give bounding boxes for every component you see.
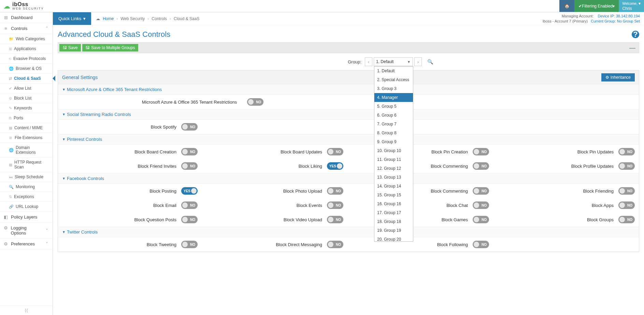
ctl-label: Block Board Creation (134, 149, 176, 154)
ctl-label: Block Groups (587, 217, 614, 222)
group-dropdown[interactable]: 1. Default2. Special Access3. Group 34. … (374, 66, 413, 242)
group-option[interactable]: 3. Group 3 (374, 84, 413, 93)
ctl-label: Block Question Posts (134, 217, 176, 222)
crumb-home[interactable]: Home (103, 16, 114, 21)
sidebar-item-sleep-schedule[interactable]: 🛏Sleep Schedule (0, 172, 53, 182)
toggle[interactable]: NO (618, 216, 635, 223)
group-option[interactable]: 16. Group 16 (374, 199, 413, 208)
toggle[interactable]: NO (473, 148, 489, 155)
ctl-label: Block Pin Updates (577, 149, 614, 154)
help-icon[interactable]: ? (632, 31, 639, 38)
toggle[interactable]: NO (327, 148, 343, 155)
group-prev-button[interactable]: ‹ (365, 57, 372, 66)
group-next-button[interactable]: › (414, 57, 422, 66)
group-option[interactable]: 8. Group 8 (374, 129, 413, 137)
sidebar-item-applications[interactable]: ⊞Applications (0, 44, 53, 54)
inheritance-button[interactable]: ⚙ Inheritance (601, 73, 635, 81)
save-button[interactable]: 🖫 Save (59, 44, 81, 51)
toggle[interactable]: NO (181, 216, 198, 223)
filtering-status-button[interactable]: ✔ Filtering Enabled ▾ (574, 0, 619, 12)
group-option[interactable]: 4. Manager (374, 93, 413, 102)
group-option[interactable]: 14. Group 14 (374, 182, 413, 191)
sidebar-item-http-request-scan[interactable]: ▦HTTP Request Scan (0, 158, 53, 172)
group-option[interactable]: 11. Group 11 (374, 155, 413, 164)
toggle[interactable]: NO (618, 201, 635, 209)
toggle[interactable]: YES (181, 187, 198, 195)
group-option[interactable]: 6. Group 6 (374, 111, 413, 120)
sidebar-item-monitoring[interactable]: 🔍Monitoring (0, 182, 53, 192)
group-option[interactable]: 17. Group 17 (374, 208, 413, 217)
toggle[interactable]: NO (473, 187, 489, 195)
sidebar-item-content-mime[interactable]: ▦Content / MIME (0, 123, 53, 133)
group-option[interactable]: 12. Group 12 (374, 164, 413, 173)
nav-logging-options[interactable]: ⚙Logging Options˅ (0, 223, 53, 239)
nav-preferences[interactable]: ⚙Preferences˅ (0, 239, 53, 250)
toggle[interactable]: NO (327, 187, 343, 195)
ctl-label: Block Events (297, 203, 322, 208)
toggle[interactable]: NO (327, 201, 343, 209)
minimize-icon[interactable]: — (627, 44, 638, 51)
sidebar-item-keywords[interactable]: ✎Keywords (0, 103, 53, 113)
toggle[interactable]: NO (618, 162, 635, 170)
ctl-label: Block Pin Creation (431, 149, 468, 154)
group-option[interactable]: 20. Group 20 (374, 235, 413, 242)
toggle[interactable]: NO (181, 148, 198, 155)
section-facebook[interactable]: ▼Facebook Controls (58, 173, 639, 184)
sidebar-item-file-extensions[interactable]: 🗎File Extensions (0, 133, 53, 143)
group-select[interactable]: 1. Default▼ (374, 57, 413, 66)
section-pinterest[interactable]: ▼Pinterest Controls (58, 134, 639, 145)
group-option[interactable]: 15. Group 15 (374, 191, 413, 199)
toggle[interactable]: NO (473, 162, 489, 170)
home-button[interactable]: 🏠 (559, 0, 574, 12)
toggle[interactable]: NO (473, 241, 489, 248)
crumb-l1: Web Security (120, 16, 145, 21)
sidebar-item-allow-list[interactable]: ✔Allow List (0, 84, 53, 93)
group-option[interactable]: 7. Group 7 (374, 120, 413, 129)
search-icon[interactable]: 🔍 (425, 59, 435, 64)
group-option[interactable]: 13. Group 13 (374, 173, 413, 182)
group-option[interactable]: 1. Default (374, 66, 413, 75)
ctl-label: Block Email (153, 203, 176, 208)
nav-policy-layers[interactable]: ◧Policy Layers (0, 212, 53, 223)
sidebar-item-evasive-protocols[interactable]: ⎋Evasive Protocols (0, 54, 53, 64)
quick-links-button[interactable]: Quick Links ▾ (53, 12, 91, 25)
toggle[interactable]: NO (327, 241, 343, 248)
group-option[interactable]: 18. Group 18 (374, 217, 413, 226)
sidebar-item-browser-os[interactable]: 🌐Browser & OS (0, 64, 53, 74)
sidebar-item-url-lookup[interactable]: 🔗URL Lookup (0, 202, 53, 212)
toggle[interactable]: NO (618, 148, 635, 155)
ctl-label: Block Liking (299, 164, 322, 169)
toggle[interactable]: NO (473, 216, 489, 223)
sidebar-item-exceptions[interactable]: ⇅Exceptions (0, 192, 53, 202)
sidebar-item-web-categories[interactable]: 📁Web Categories (0, 34, 53, 44)
sidebar-item-ports[interactable]: ⧉Ports (0, 113, 53, 123)
toggle[interactable]: NO (181, 162, 198, 170)
nav-controls[interactable]: ≡Controls˄ (0, 23, 53, 34)
nav-dashboard[interactable]: ⊞Dashboard (0, 12, 53, 23)
user-menu[interactable]: Welcome, ▾Chris (619, 0, 644, 12)
ctl-label: Block Tweeting (147, 242, 176, 247)
toggle[interactable]: NO (181, 241, 198, 248)
ctl-label: Block Friending (583, 189, 614, 194)
group-option[interactable]: 10. Group 10 (374, 146, 413, 155)
section-azure[interactable]: ▼Microsoft Azure & Office 365 Tenant Res… (58, 84, 639, 95)
collapse-sidebar[interactable]: ⟨⟨ (0, 305, 53, 315)
toggle[interactable]: NO (473, 201, 489, 209)
group-option[interactable]: 9. Group 9 (374, 137, 413, 146)
group-option[interactable]: 2. Special Access (374, 75, 413, 84)
sidebar-item-domain-extensions[interactable]: 🌐Domain Extensions (0, 143, 53, 158)
group-option[interactable]: 5. Group 5 (374, 102, 413, 111)
toggle[interactable]: YES (327, 162, 343, 170)
section-radio[interactable]: ▼Social Streaming Radio Controls (58, 109, 639, 120)
save-multiple-button[interactable]: 🖫 Save to Multiple Groups (82, 44, 138, 51)
toggle[interactable]: NO (618, 187, 635, 195)
sidebar-item-block-list[interactable]: ⊘Block List (0, 93, 53, 103)
group-option[interactable]: 19. Group 19 (374, 226, 413, 235)
toggle[interactable]: NO (181, 123, 198, 131)
toggle[interactable]: NO (181, 201, 198, 209)
toggle[interactable]: NO (247, 98, 263, 106)
ctl-label: Block Commenting (431, 164, 468, 169)
toggle[interactable]: NO (327, 216, 343, 223)
sidebar-item-cloud-saas[interactable]: ⇄Cloud & SaaS (0, 74, 53, 84)
section-twitter[interactable]: ▼Twitter Controls (58, 227, 639, 237)
